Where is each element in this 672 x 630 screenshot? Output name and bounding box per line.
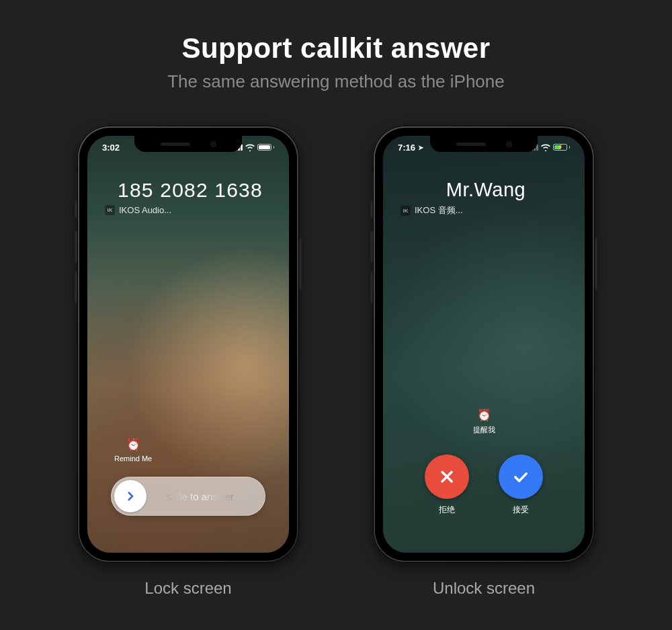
caller-source: IKOS Audio... bbox=[119, 205, 171, 215]
speaker-grille bbox=[161, 143, 190, 146]
phone-caption-unlock: Unlock screen bbox=[373, 579, 595, 598]
slide-to-answer[interactable]: slide to answer bbox=[111, 477, 265, 516]
caller-name: Mr.Wang bbox=[401, 179, 571, 201]
alarm-clock-icon: ⏰ bbox=[114, 438, 152, 452]
location-icon: ➤ bbox=[418, 144, 423, 151]
chevron-right-icon bbox=[124, 490, 136, 502]
app-badge-icon: iK bbox=[401, 206, 411, 216]
mute-switch bbox=[75, 200, 77, 219]
check-icon bbox=[511, 467, 530, 486]
device-frame-lock: 3:02 bbox=[77, 126, 299, 563]
battery-icon bbox=[257, 144, 275, 151]
front-camera bbox=[506, 141, 512, 147]
notch bbox=[134, 136, 242, 152]
accept-label: 接受 bbox=[499, 504, 543, 516]
slider-knob[interactable] bbox=[114, 480, 146, 512]
caller-source: IKOS 音频... bbox=[415, 204, 463, 216]
caller-info: Mr.Wang iK IKOS 音频... bbox=[401, 179, 571, 216]
volume-down-button bbox=[370, 270, 373, 304]
call-actions: 拒绝 接受 bbox=[383, 455, 585, 516]
phones-row: 3:02 bbox=[0, 126, 672, 598]
battery-charging-icon: ⚡ bbox=[553, 144, 571, 151]
page-title: Support callkit answer bbox=[0, 32, 672, 65]
front-camera bbox=[210, 141, 216, 147]
volume-up-button bbox=[75, 230, 77, 264]
caller-name: 185 2082 1638 bbox=[105, 179, 276, 202]
phone-lock-column: 3:02 bbox=[77, 126, 299, 598]
alarm-clock-icon: ⏰ bbox=[473, 408, 495, 422]
screen-lock: 3:02 bbox=[87, 136, 289, 553]
device-bezel: 3:02 bbox=[79, 128, 297, 561]
device-frame-unlock: 7:16 ➤ ⚡ bbox=[373, 126, 595, 563]
device-bezel: 7:16 ➤ ⚡ bbox=[375, 128, 593, 561]
wifi-icon bbox=[541, 144, 550, 151]
volume-up-button bbox=[370, 230, 373, 264]
aux-actions: ⏰ Remind Me bbox=[87, 438, 289, 463]
phone-caption-lock: Lock screen bbox=[77, 579, 299, 598]
decline-circle[interactable] bbox=[425, 455, 469, 499]
status-time: 3:02 bbox=[102, 143, 120, 153]
speaker-grille bbox=[456, 143, 486, 146]
mute-switch bbox=[370, 200, 373, 219]
close-icon bbox=[437, 467, 456, 486]
accept-button[interactable]: 接受 bbox=[499, 455, 543, 516]
remind-me-button[interactable]: ⏰ Remind Me bbox=[114, 438, 152, 463]
aux-actions: ⏰ 提醒我 bbox=[383, 408, 585, 435]
phone-unlock-column: 7:16 ➤ ⚡ bbox=[373, 126, 595, 598]
notch bbox=[430, 136, 538, 152]
accept-circle[interactable] bbox=[499, 455, 543, 499]
decline-label: 拒绝 bbox=[425, 504, 469, 516]
wifi-icon bbox=[245, 144, 255, 151]
screen-unlock: 7:16 ➤ ⚡ bbox=[383, 136, 585, 553]
caller-info: 185 2082 1638 iK IKOS Audio... bbox=[105, 179, 276, 215]
slider-label: slide to answer bbox=[146, 491, 262, 502]
remind-me-button[interactable]: ⏰ 提醒我 bbox=[473, 408, 495, 435]
app-badge-icon: iK bbox=[105, 205, 115, 215]
power-button bbox=[595, 237, 597, 290]
decline-button[interactable]: 拒绝 bbox=[425, 455, 469, 516]
remind-label: 提醒我 bbox=[473, 426, 495, 434]
status-time: 7:16 bbox=[398, 143, 415, 153]
power-button bbox=[299, 237, 302, 290]
heading: Support callkit answer The same answerin… bbox=[0, 0, 672, 92]
remind-label: Remind Me bbox=[114, 455, 152, 463]
page-subtitle: The same answering method as the iPhone bbox=[0, 71, 672, 92]
caller-subtitle: iK IKOS Audio... bbox=[105, 205, 276, 215]
caller-subtitle: iK IKOS 音频... bbox=[401, 204, 571, 216]
volume-down-button bbox=[75, 270, 77, 304]
